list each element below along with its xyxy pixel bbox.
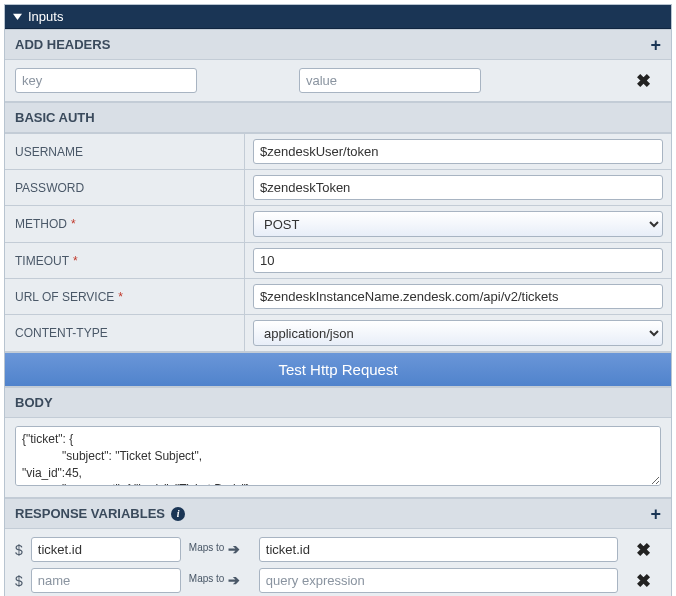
- basic-auth-title: BASIC AUTH: [15, 110, 95, 125]
- panel-titlebar[interactable]: Inputs: [5, 5, 671, 29]
- response-var-name-input[interactable]: [31, 537, 181, 562]
- dollar-icon: $: [15, 573, 23, 589]
- maps-to-label: Maps to➔: [189, 573, 251, 589]
- response-var-name-input[interactable]: [31, 568, 181, 593]
- body-textarea[interactable]: [15, 426, 661, 486]
- username-input[interactable]: [253, 139, 663, 164]
- dollar-icon: $: [15, 542, 23, 558]
- response-var-expr-input[interactable]: [259, 568, 618, 593]
- panel-title: Inputs: [28, 9, 63, 24]
- timeout-label: TIMEOUT*: [5, 243, 245, 279]
- response-var-expr-input[interactable]: [259, 537, 618, 562]
- collapse-caret-icon: [13, 12, 22, 21]
- method-select[interactable]: POST: [253, 211, 663, 237]
- add-headers-title: ADD HEADERS: [15, 37, 110, 52]
- header-row: ✖: [15, 68, 661, 93]
- header-value-input[interactable]: [299, 68, 481, 93]
- response-var-row: $ Maps to➔ ✖: [15, 537, 661, 562]
- request-grid: METHOD* POST TIMEOUT* URL OF SERVICE* CO…: [5, 206, 671, 352]
- add-headers-header: ADD HEADERS +: [5, 29, 671, 60]
- url-input[interactable]: [253, 284, 663, 309]
- add-header-button[interactable]: +: [650, 38, 661, 52]
- content-type-label: CONTENT-TYPE: [5, 315, 245, 352]
- method-label: METHOD*: [5, 206, 245, 243]
- remove-response-var-icon[interactable]: ✖: [626, 570, 661, 592]
- svg-marker-0: [13, 14, 22, 20]
- inputs-panel: Inputs ADD HEADERS + ✖ BASIC AUTH USERNA…: [4, 4, 672, 596]
- arrow-right-icon: ➔: [228, 541, 240, 557]
- header-key-input[interactable]: [15, 68, 197, 93]
- body-section: [5, 418, 671, 498]
- body-title: BODY: [15, 395, 53, 410]
- response-var-row: $ Maps to➔ ✖: [15, 568, 661, 593]
- body-header: BODY: [5, 387, 671, 418]
- username-label: USERNAME: [5, 134, 245, 170]
- maps-to-label: Maps to➔: [189, 542, 251, 558]
- response-vars-header: RESPONSE VARIABLES i +: [5, 498, 671, 529]
- timeout-input[interactable]: [253, 248, 663, 273]
- add-headers-body: ✖: [5, 60, 671, 102]
- required-mark: *: [71, 217, 76, 231]
- basic-auth-grid: USERNAME PASSWORD: [5, 133, 671, 206]
- password-label: PASSWORD: [5, 170, 245, 206]
- url-label: URL OF SERVICE*: [5, 279, 245, 315]
- arrow-right-icon: ➔: [228, 572, 240, 588]
- test-http-request-button[interactable]: Test Http Request: [5, 352, 671, 387]
- basic-auth-header: BASIC AUTH: [5, 102, 671, 133]
- password-input[interactable]: [253, 175, 663, 200]
- remove-response-var-icon[interactable]: ✖: [626, 539, 661, 561]
- response-vars-body: $ Maps to➔ ✖ $ Maps to➔ ✖: [5, 529, 671, 596]
- content-type-select[interactable]: application/json: [253, 320, 663, 346]
- response-vars-title: RESPONSE VARIABLES: [15, 506, 165, 521]
- add-response-var-button[interactable]: +: [650, 507, 661, 521]
- remove-header-icon[interactable]: ✖: [626, 70, 661, 92]
- info-icon[interactable]: i: [171, 507, 185, 521]
